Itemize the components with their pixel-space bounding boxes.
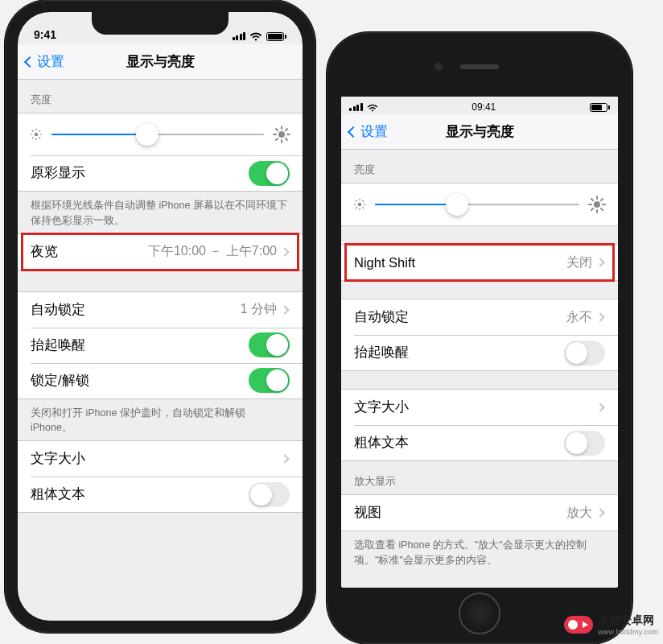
svg-line-6 (39, 138, 40, 138)
wifi-icon (367, 104, 378, 113)
textsize-label: 文字大小 (31, 450, 277, 468)
phone-frame-iphonex: 9:41 设置 显示与亮度 亮度 (5, 0, 315, 633)
brightness-slider-row (18, 114, 303, 155)
back-button[interactable]: 设置 (349, 122, 388, 141)
truetone-toggle[interactable] (249, 161, 290, 186)
lockunlock-toggle[interactable] (249, 368, 290, 393)
chevron-right-icon (595, 312, 604, 321)
chevron-right-icon (595, 402, 604, 411)
bold-text-row: 粗体文本 (341, 425, 618, 460)
autolock-label: 自动锁定 (354, 308, 566, 326)
raise-toggle[interactable] (564, 341, 605, 365)
svg-line-24 (363, 208, 364, 208)
chevron-right-icon (595, 258, 604, 266)
svg-line-32 (591, 199, 593, 200)
brightness-high-icon (587, 195, 607, 214)
svg-point-9 (278, 131, 285, 138)
svg-line-34 (591, 208, 593, 210)
svg-line-35 (601, 199, 603, 200)
autolock-row[interactable]: 自动锁定 1 分钟 (18, 292, 303, 328)
nightshift-row[interactable]: 夜览 下午10:00 － 上午7:00 (18, 234, 303, 270)
nightshift-label: Night Shift (354, 255, 566, 270)
back-label: 设置 (360, 122, 388, 141)
nav-bar: 设置 显示与亮度 (18, 44, 303, 80)
earpiece (460, 64, 499, 69)
brightness-low-icon (29, 127, 43, 142)
svg-line-5 (32, 130, 33, 131)
svg-line-25 (356, 208, 356, 208)
text-size-row[interactable]: 文字大小 (341, 390, 618, 425)
svg-point-18 (358, 203, 362, 207)
screen-right: 09:41 设置 显示与亮度 亮度 Night Shi (341, 97, 618, 588)
watermark-url: www.btxtdmy.com (598, 628, 658, 636)
svg-line-7 (32, 138, 33, 138)
raise-toggle[interactable] (249, 332, 290, 357)
chevron-right-icon (280, 247, 289, 256)
lockunlock-footer: 关闭和打开 iPhone 保护盖时，自动锁定和解锁 iPhone。 (18, 399, 303, 441)
wifi-icon (249, 32, 262, 42)
svg-point-0 (35, 133, 39, 137)
chevron-right-icon (280, 454, 289, 463)
autolock-value: 永不 (566, 309, 592, 326)
boldtext-label: 粗体文本 (31, 485, 249, 503)
lock-unlock-row: 锁定/解锁 (18, 363, 303, 398)
text-size-row[interactable]: 文字大小 (18, 441, 303, 477)
home-button[interactable] (459, 592, 500, 634)
brightness-low-icon (352, 197, 367, 212)
nightshift-value: 关闭 (566, 254, 592, 271)
svg-line-15 (286, 138, 287, 140)
svg-line-16 (276, 138, 278, 140)
raise-label: 抬起唤醒 (31, 336, 249, 354)
autolock-label: 自动锁定 (31, 301, 241, 319)
nightshift-label: 夜览 (31, 243, 148, 261)
brightness-slider-row (341, 184, 618, 225)
raise-to-wake-row: 抬起唤醒 (18, 328, 303, 363)
zoom-footer: 选取查看 iPhone 的方式。"放大"会显示更大的控制项。"标准"会显示更多的… (341, 531, 618, 573)
brightness-slider[interactable] (51, 123, 264, 146)
textsize-label: 文字大小 (354, 398, 592, 416)
watermark: 冰糖安卓网 www.btxtdmy.com (564, 613, 658, 636)
chevron-left-icon (24, 56, 35, 67)
svg-point-27 (594, 201, 600, 208)
section-header-brightness: 亮度 (18, 80, 303, 113)
back-button[interactable]: 设置 (26, 52, 64, 71)
brightness-high-icon (272, 125, 291, 144)
nightshift-row[interactable]: Night Shift 关闭 (341, 245, 618, 280)
lockunlock-label: 锁定/解锁 (31, 372, 249, 390)
boldtext-toggle[interactable] (249, 482, 290, 507)
page-title: 显示与亮度 (446, 122, 514, 141)
chevron-right-icon (595, 508, 604, 517)
svg-line-26 (363, 200, 364, 201)
svg-line-17 (286, 129, 287, 130)
page-title: 显示与亮度 (126, 52, 195, 71)
chevron-right-icon (280, 305, 289, 314)
notch (92, 12, 229, 35)
status-bar: 09:41 (341, 97, 618, 114)
truetone-row: 原彩显示 (18, 155, 303, 191)
chevron-left-icon (348, 126, 359, 137)
status-time: 9:41 (34, 28, 56, 41)
signal-icon (233, 32, 246, 40)
svg-line-33 (601, 208, 603, 210)
svg-line-8 (39, 130, 40, 131)
brightness-slider[interactable] (375, 193, 579, 216)
boldtext-toggle[interactable] (564, 431, 605, 456)
battery-icon (266, 32, 286, 41)
battery-icon (590, 103, 610, 112)
raise-label: 抬起唤醒 (354, 344, 564, 361)
nav-bar: 设置 显示与亮度 (341, 114, 618, 150)
section-header-zoom: 放大显示 (341, 461, 618, 494)
signal-icon (349, 103, 363, 111)
raise-to-wake-row: 抬起唤醒 (341, 335, 618, 370)
truetone-footer: 根据环境光线条件自动调整 iPhone 屏幕以在不同环境下保持色彩显示一致。 (18, 192, 303, 233)
nightshift-value: 下午10:00 － 上午7:00 (148, 243, 277, 260)
autolock-row[interactable]: 自动锁定 永不 (341, 299, 618, 335)
status-time: 09:41 (472, 101, 496, 113)
autolock-value: 1 分钟 (241, 301, 277, 318)
front-camera (434, 63, 443, 71)
watermark-title: 冰糖安卓网 (598, 613, 654, 626)
back-label: 设置 (37, 52, 64, 71)
bold-text-row: 粗体文本 (18, 477, 303, 512)
display-zoom-row[interactable]: 视图 放大 (341, 495, 618, 530)
section-header-brightness: 亮度 (341, 150, 618, 183)
